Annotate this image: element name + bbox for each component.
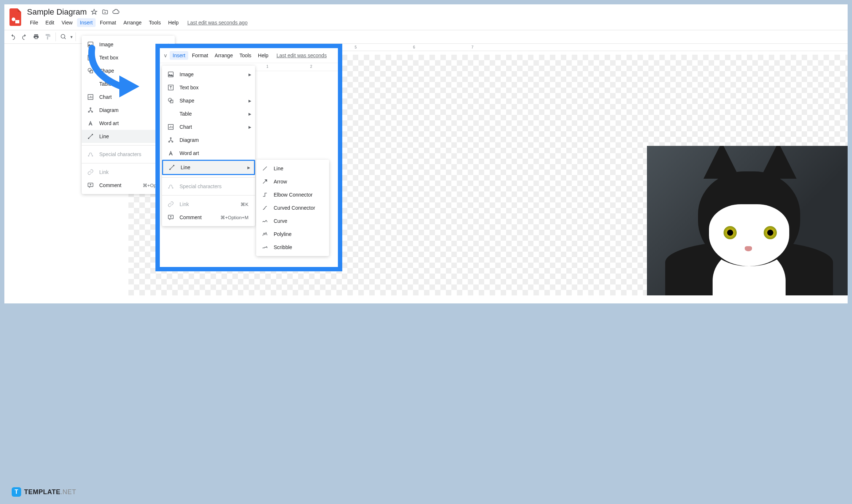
menu-item-diagram[interactable]: Diagram — [162, 133, 255, 147]
blank-icon — [167, 110, 174, 117]
menu-edit[interactable]: Edit — [43, 18, 57, 27]
omega-icon — [87, 151, 94, 158]
document-title[interactable]: Sample Diagram — [27, 7, 87, 17]
svg-rect-1 — [15, 20, 19, 23]
diagram-icon — [87, 106, 94, 114]
submenu-curve[interactable]: Curve — [256, 214, 329, 228]
menu-bar: File Edit View Insert Format Arrange Too… — [27, 18, 843, 27]
menu-item-table[interactable]: Table ▶ — [162, 107, 255, 120]
menu-item-textbox[interactable]: Text box — [162, 81, 255, 94]
menu-tools[interactable]: Tools — [146, 18, 164, 27]
menu-item-image[interactable]: Image ▶ — [162, 68, 255, 81]
ruler-tick: 6 — [413, 45, 415, 49]
menu-label: Elbow Connector — [274, 192, 313, 198]
move-folder-icon[interactable] — [101, 8, 109, 16]
line-icon — [87, 133, 94, 140]
print-button[interactable] — [31, 31, 42, 42]
overlay-last-edit[interactable]: Last edit was seconds — [277, 53, 327, 58]
submenu-arrow-icon: ▶ — [247, 166, 250, 170]
wordart-icon — [167, 150, 174, 157]
toolbar-separator — [76, 32, 76, 41]
submenu-elbow[interactable]: Elbow Connector — [256, 188, 329, 201]
submenu-line[interactable]: Line — [256, 162, 329, 175]
overlay-menu-help[interactable]: Help — [255, 51, 271, 60]
diagram-icon — [167, 136, 174, 144]
svg-point-10 — [92, 111, 93, 112]
cloud-status-icon[interactable] — [112, 8, 120, 16]
menu-label: Word art — [180, 150, 199, 156]
menu-view[interactable]: View — [59, 18, 76, 27]
menu-help[interactable]: Help — [165, 18, 182, 27]
menu-insert[interactable]: Insert — [77, 18, 96, 27]
line-icon — [261, 165, 269, 172]
polyline-icon — [261, 230, 269, 238]
zoom-button[interactable] — [58, 31, 69, 42]
drawings-logo-icon[interactable] — [9, 7, 23, 27]
zoom-dropdown-icon[interactable]: ▼ — [70, 35, 73, 39]
menu-format[interactable]: Format — [97, 18, 119, 27]
link-icon — [167, 201, 174, 208]
menu-arrange[interactable]: Arrange — [120, 18, 144, 27]
menu-label: Link — [99, 169, 109, 175]
menu-label: Chart — [99, 94, 112, 100]
submenu-arrow-icon: ▶ — [248, 99, 251, 103]
menu-separator — [162, 195, 255, 195]
callout-panel: v Insert Format Arrange Tools Help Last … — [155, 44, 342, 271]
star-icon[interactable] — [90, 8, 98, 16]
menu-label: Comment — [99, 182, 122, 188]
svg-point-20 — [169, 141, 170, 142]
undo-button[interactable] — [7, 31, 18, 42]
shape-icon — [87, 67, 94, 74]
comment-icon — [87, 182, 94, 189]
ruler-tick: 2 — [310, 65, 312, 69]
submenu-arrow[interactable]: Arrow — [256, 175, 329, 188]
menu-label: Diagram — [180, 137, 199, 143]
menu-label: Shape — [180, 98, 194, 104]
svg-point-21 — [172, 141, 173, 142]
inserted-image[interactable] — [647, 146, 848, 295]
overlay-menu-insert[interactable]: Insert — [170, 51, 188, 60]
overlay-menu-tools[interactable]: Tools — [236, 51, 254, 60]
textbox-icon — [87, 54, 94, 61]
menu-item-line-highlighted[interactable]: Line ▶ — [162, 160, 255, 175]
submenu-curved[interactable]: Curved Connector — [256, 201, 329, 214]
chart-icon — [87, 93, 94, 101]
menu-label: Line — [181, 164, 190, 170]
header: Sample Diagram File Edit View Insert For… — [4, 4, 848, 27]
last-edit-link[interactable]: Last edit was seconds ago — [187, 20, 247, 26]
submenu-arrow-icon: ▶ — [248, 125, 251, 129]
redo-button[interactable] — [19, 31, 30, 42]
menu-label: Shape — [99, 68, 114, 74]
menu-label: Comment — [180, 214, 202, 220]
menu-label: Chart — [180, 124, 192, 130]
textbox-icon — [167, 84, 174, 91]
curved-connector-icon — [261, 204, 269, 212]
menu-label: Polyline — [274, 231, 292, 237]
shape-icon — [167, 97, 174, 104]
menu-item-special-chars: Special characters — [162, 180, 255, 193]
ruler-tick: 1 — [266, 65, 269, 69]
overlay-menu-arrange[interactable]: Arrange — [212, 51, 236, 60]
menu-item-comment[interactable]: Comment ⌘+Option+M — [162, 211, 255, 224]
menu-label: Table — [180, 111, 192, 117]
wordart-icon — [87, 120, 94, 127]
menu-label: Special characters — [99, 151, 141, 157]
menu-label: Image — [180, 71, 194, 77]
line-icon — [168, 164, 176, 171]
svg-point-23 — [173, 165, 174, 166]
menu-item-wordart[interactable]: Word art — [162, 147, 255, 160]
menu-label: Line — [99, 133, 109, 139]
menu-file[interactable]: File — [27, 18, 41, 27]
paint-format-button[interactable] — [42, 31, 53, 42]
overlay-menu-format[interactable]: Format — [189, 51, 211, 60]
menu-item-shape[interactable]: Shape ▶ — [162, 94, 255, 107]
overlay-insert-menu: Image ▶ Text box Shape ▶ Table ▶ Chart ▶ — [162, 66, 255, 226]
submenu-polyline[interactable]: Polyline — [256, 228, 329, 241]
scribble-icon — [261, 244, 269, 251]
menu-label: Word art — [99, 120, 119, 126]
menu-item-chart[interactable]: Chart ▶ — [162, 120, 255, 133]
title-row: Sample Diagram — [27, 7, 843, 17]
submenu-scribble[interactable]: Scribble — [256, 241, 329, 254]
elbow-connector-icon — [261, 191, 269, 198]
menu-label: Text box — [180, 85, 198, 90]
